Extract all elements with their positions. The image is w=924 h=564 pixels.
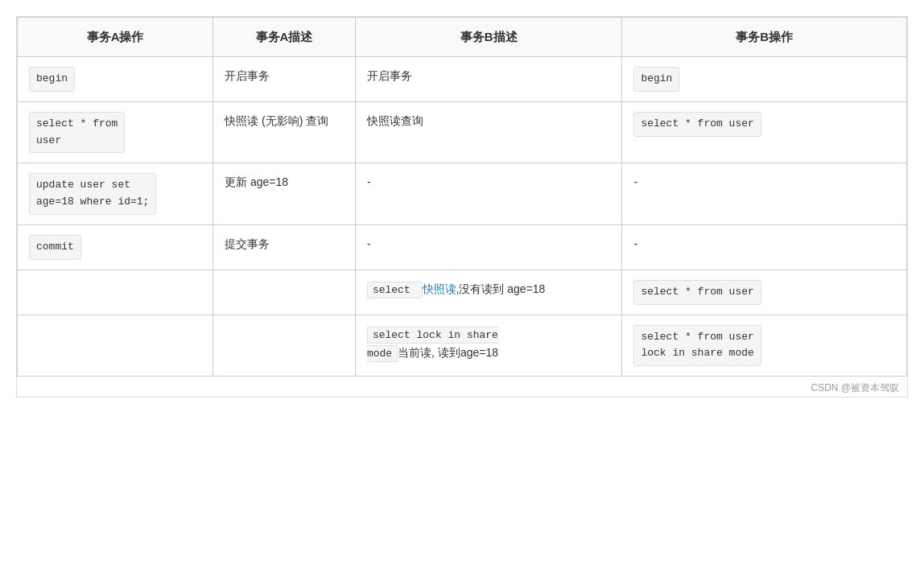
row3-colA: update user set age=18 where id=1;: [18, 163, 213, 225]
main-table-container: 事务A操作 事务A描述 事务B描述 事务B操作 begin 开启事务 开启事务 …: [16, 16, 908, 397]
row2-colC: 快照读查询: [355, 101, 622, 163]
row4-colB: 提交事务: [213, 224, 356, 270]
row6-colB: [213, 315, 356, 377]
header-col3: 事务B描述: [355, 18, 622, 57]
text-lock-suffix: 当前读, 读到age=18: [398, 346, 498, 359]
text-snapshot-label: 快照读: [423, 282, 456, 295]
table-row: update user set age=18 where id=1; 更新 ag…: [18, 163, 907, 225]
row4-colA: commit: [18, 224, 213, 270]
row5-colD: select * from user: [622, 270, 907, 315]
code-commit-a: commit: [29, 235, 81, 260]
row4-colD: -: [622, 224, 907, 270]
header-col4: 事务B操作: [622, 18, 907, 57]
code-begin-a: begin: [29, 67, 75, 92]
row3-colC: -: [355, 163, 622, 225]
row6-colD: select * from user lock in share mode: [622, 315, 907, 377]
row6-colA: [18, 315, 213, 377]
row1-colB: 开启事务: [213, 57, 356, 102]
text-snapshot-suffix: ,没有读到 age=18: [456, 282, 546, 295]
code-select-snapshot: select: [367, 282, 423, 298]
row4-colC: -: [355, 224, 622, 270]
row1-colC: 开启事务: [355, 57, 622, 102]
code-update-a: update user set age=18 where id=1;: [29, 173, 156, 215]
row2-colD: select * from user: [622, 101, 907, 163]
table-row: select 快照读,没有读到 age=18 select * from use…: [18, 270, 907, 315]
table-row: begin 开启事务 开启事务 begin: [18, 57, 907, 102]
row3-colB: 更新 age=18: [213, 163, 356, 225]
row5-colB: [213, 270, 356, 315]
code-select-b: select * from user: [633, 112, 761, 137]
transaction-table: 事务A操作 事务A描述 事务B描述 事务B操作 begin 开启事务 开启事务 …: [17, 17, 907, 377]
row1-colD: begin: [622, 57, 907, 102]
row5-colA: [18, 270, 213, 315]
row5-colC: select 快照读,没有读到 age=18: [355, 270, 622, 315]
header-col1: 事务A操作: [18, 18, 213, 57]
watermark-text: CSDN @被资本驾驭: [17, 377, 907, 397]
table-header-row: 事务A操作 事务A描述 事务B描述 事务B操作: [18, 18, 907, 57]
header-col2: 事务A描述: [213, 18, 356, 57]
code-select-b2: select * from user: [633, 280, 761, 305]
table-row: select * from user 快照读 (无影响) 查询 快照读查询 se…: [18, 101, 907, 163]
table-row: select lock in share mode当前读, 读到age=18 s…: [18, 315, 907, 377]
code-select-a: select * from user: [29, 112, 125, 154]
row1-colA: begin: [18, 57, 213, 102]
row2-colA: select * from user: [18, 101, 213, 163]
code-lock-b: select * from user lock in share mode: [633, 325, 761, 367]
code-begin-b: begin: [633, 67, 679, 92]
row6-colC: select lock in share mode当前读, 读到age=18: [355, 315, 622, 377]
row3-colD: -: [622, 163, 907, 225]
row2-colB: 快照读 (无影响) 查询: [213, 101, 356, 163]
table-row: commit 提交事务 - -: [18, 224, 907, 270]
